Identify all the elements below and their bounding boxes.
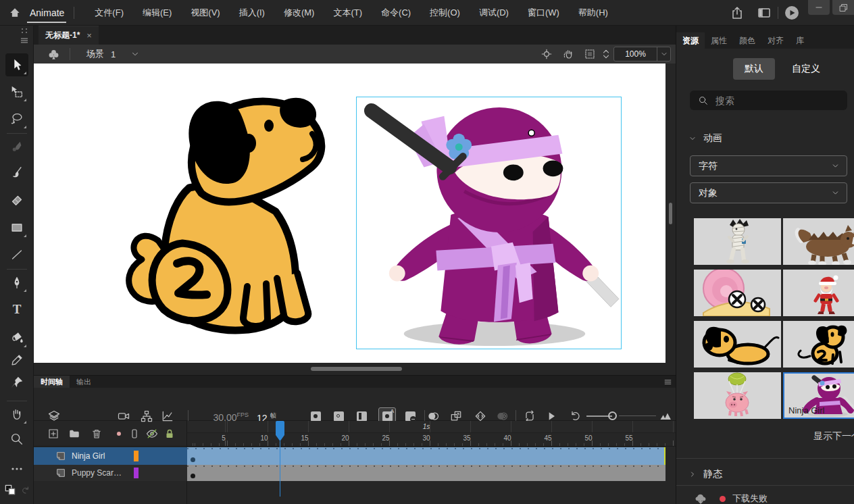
timeline-panel-menu-icon[interactable] bbox=[663, 378, 672, 386]
tab-align[interactable]: 对齐 bbox=[761, 32, 790, 49]
classic-brush-tool[interactable] bbox=[5, 161, 28, 184]
menu-modify[interactable]: 修改(M) bbox=[274, 3, 324, 23]
reset-colors-icon[interactable] bbox=[20, 485, 30, 496]
tab-output[interactable]: 输出 bbox=[70, 376, 98, 388]
stage-horizontal-scrollbar[interactable] bbox=[311, 367, 402, 371]
rectangle-tool[interactable] bbox=[5, 216, 28, 239]
rotate-stage-icon[interactable] bbox=[563, 48, 575, 60]
search-box[interactable] bbox=[690, 91, 847, 110]
lasso-tool[interactable] bbox=[5, 107, 28, 130]
clip-content-icon[interactable] bbox=[584, 48, 596, 60]
fluid-brush-tool[interactable] bbox=[5, 135, 28, 158]
paint-bucket-tool[interactable] bbox=[5, 326, 28, 349]
zoom-stepper-icon[interactable] bbox=[601, 47, 611, 61]
share-icon[interactable] bbox=[729, 5, 745, 21]
section-animated[interactable]: 动画 bbox=[688, 132, 722, 145]
layer-color-swatch[interactable] bbox=[134, 451, 139, 461]
workspace-icon[interactable] bbox=[756, 5, 772, 21]
mode-custom-button[interactable]: 自定义 bbox=[784, 58, 828, 80]
search-input[interactable] bbox=[715, 95, 830, 106]
zoom-tool[interactable] bbox=[5, 428, 28, 451]
panel-drag-handle-icon[interactable] bbox=[20, 28, 28, 34]
keyframe-dot[interactable] bbox=[191, 457, 195, 462]
layer-row-ninja-girl[interactable]: Ninja Girl bbox=[34, 447, 187, 465]
zoom-dropdown-chevron-icon[interactable] bbox=[657, 47, 670, 61]
parenting-dot-icon[interactable] bbox=[117, 432, 121, 436]
asset-thumb-puppy-sitting[interactable] bbox=[783, 321, 854, 368]
stage-vertical-scrollbar[interactable] bbox=[669, 203, 672, 224]
pen-tool[interactable] bbox=[5, 271, 28, 294]
app-name[interactable]: Animate bbox=[30, 7, 64, 18]
close-tab-icon[interactable]: × bbox=[86, 30, 92, 41]
asset-thumb-snail[interactable] bbox=[694, 270, 781, 316]
frame-span-puppy[interactable] bbox=[187, 465, 665, 481]
home-icon[interactable] bbox=[8, 6, 22, 20]
puppy-artwork[interactable] bbox=[115, 86, 345, 350]
more-tools-button[interactable] bbox=[5, 461, 28, 477]
menu-insert[interactable]: 插入(I) bbox=[230, 3, 274, 23]
tab-color[interactable]: 颜色 bbox=[733, 32, 761, 49]
keyframe-dot[interactable] bbox=[191, 474, 195, 478]
eraser-tool[interactable] bbox=[5, 188, 28, 211]
document-tab[interactable]: 无标题-1* × bbox=[39, 26, 99, 45]
menu-edit[interactable]: 编辑(E) bbox=[133, 3, 181, 23]
minimize-button[interactable] bbox=[808, 0, 830, 15]
delete-layer-icon[interactable] bbox=[91, 428, 103, 440]
toolbar-menu-icon[interactable] bbox=[20, 36, 29, 45]
line-tool[interactable] bbox=[5, 243, 28, 266]
tab-library[interactable]: 库 bbox=[790, 32, 810, 49]
timeline-frame-ruler[interactable]: 5 10 15 20 25 30 35 40 45 50 55 bbox=[187, 433, 676, 447]
ninja-selection-rect[interactable] bbox=[356, 97, 622, 349]
swap-colors-icon[interactable] bbox=[3, 483, 17, 497]
asset-thumb-ninja-girl[interactable]: Ninja Girl bbox=[783, 372, 854, 419]
show-next-link[interactable]: 显示下一个 bbox=[813, 430, 854, 442]
asset-thumb-mummy[interactable] bbox=[694, 218, 781, 265]
outline-view-icon[interactable] bbox=[128, 428, 141, 440]
frame-span-ninja[interactable] bbox=[187, 447, 665, 465]
section-static[interactable]: 静态 bbox=[688, 468, 722, 480]
menu-help[interactable]: 帮助(H) bbox=[569, 3, 618, 23]
center-stage-icon[interactable] bbox=[541, 48, 553, 60]
zoom-level-value[interactable]: 100% bbox=[614, 49, 657, 59]
add-layer-icon[interactable] bbox=[47, 428, 59, 440]
selection-tool[interactable] bbox=[5, 53, 28, 76]
free-transform-tool[interactable] bbox=[5, 80, 28, 103]
asset-thumb-santa[interactable] bbox=[783, 270, 854, 316]
chevron-down-icon bbox=[831, 161, 840, 170]
character-dropdown[interactable]: 字符 bbox=[690, 155, 847, 176]
timeline-seconds-band[interactable]: 1s bbox=[187, 421, 676, 433]
timeline-zoom-slider-knob[interactable] bbox=[608, 411, 617, 420]
text-tool[interactable]: T bbox=[5, 298, 28, 321]
asset-thumb-wolf[interactable] bbox=[783, 218, 854, 265]
scene-clip-icon[interactable] bbox=[47, 48, 60, 61]
menu-debug[interactable]: 调试(D) bbox=[470, 3, 518, 23]
menu-commands[interactable]: 命令(C) bbox=[372, 3, 420, 23]
show-hide-all-icon[interactable] bbox=[145, 427, 159, 440]
restore-button[interactable] bbox=[832, 0, 854, 15]
scene-dropdown-chevron-icon[interactable] bbox=[130, 49, 140, 59]
lock-all-icon[interactable] bbox=[164, 428, 176, 440]
hand-tool[interactable] bbox=[5, 403, 28, 426]
menu-text[interactable]: 文本(T) bbox=[324, 3, 372, 23]
stage-canvas[interactable] bbox=[34, 64, 665, 363]
object-dropdown[interactable]: 对象 bbox=[690, 182, 847, 203]
tab-properties[interactable]: 属性 bbox=[705, 32, 733, 49]
add-folder-icon[interactable] bbox=[68, 428, 80, 440]
mode-default-button[interactable]: 默认 bbox=[733, 58, 775, 80]
menu-window[interactable]: 窗口(W) bbox=[518, 3, 569, 23]
layer-color-swatch[interactable] bbox=[134, 468, 139, 478]
asset-thumb-puppy-lying[interactable] bbox=[694, 321, 781, 368]
zoom-level-control[interactable]: 100% bbox=[613, 47, 671, 61]
menu-view[interactable]: 视图(V) bbox=[181, 3, 229, 23]
menu-control[interactable]: 控制(O) bbox=[420, 3, 470, 23]
timeline-frames-area[interactable]: 1s 5 10 15 20 25 30 35 40 45 50 55 bbox=[187, 421, 676, 504]
tab-assets[interactable]: 资源 bbox=[676, 32, 705, 49]
asset-thumb-pig-parachute[interactable] bbox=[694, 372, 781, 419]
eyedropper-tool[interactable] bbox=[5, 349, 28, 372]
menu-file[interactable]: 文件(F) bbox=[85, 3, 133, 23]
tab-timeline[interactable]: 时间轴 bbox=[34, 376, 70, 388]
layer-row-puppy[interactable]: Puppy Scar… bbox=[34, 465, 187, 481]
ninja-artwork[interactable] bbox=[357, 97, 621, 349]
asset-warp-tool[interactable] bbox=[5, 371, 28, 394]
quick-share-play-icon[interactable] bbox=[784, 5, 800, 21]
